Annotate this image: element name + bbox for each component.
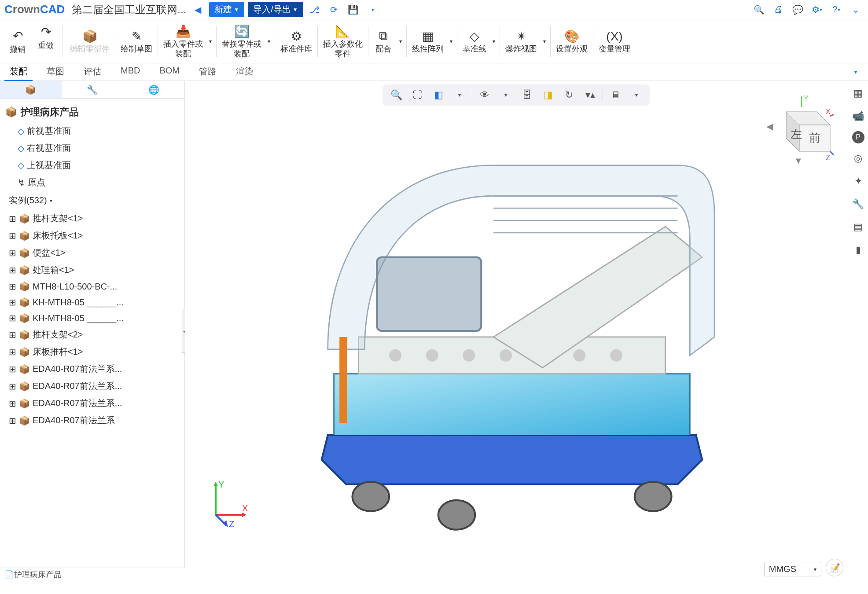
tree-instance[interactable]: ⊞ 📦 EDA40-R07前法兰系 [0, 412, 184, 429]
insert-part-dropdown[interactable]: ▾ [209, 38, 212, 44]
tabs-dropdown-icon[interactable]: ▾ [848, 64, 864, 80]
expand-icon[interactable]: ⊞ [9, 281, 16, 292]
tree-instance[interactable]: ⊞ 📦 KH-MTH8-05 ______... [0, 294, 184, 310]
navigation-cube[interactable]: 左 前 Y X Z ◀▼ [764, 94, 835, 165]
tab-MBD[interactable]: MBD [115, 63, 145, 81]
tree-origin[interactable]: ↯原点 [0, 174, 184, 191]
instances-header[interactable]: 实例(532) ▾ [0, 191, 184, 210]
visibility-icon[interactable]: 👁 [476, 86, 493, 104]
tree-instance[interactable]: ⊞ 📦 推杆支架<2> [0, 326, 184, 343]
tree-instance[interactable]: ⊞ 📦 EDA40-R07前法兰系... [0, 378, 184, 395]
display-icon[interactable]: 🖥 [607, 86, 624, 104]
expand-icon[interactable]: ⊞ [9, 248, 16, 258]
vis-dd[interactable]: ▾ [497, 86, 515, 104]
linear-pattern-dropdown[interactable]: ▾ [450, 38, 452, 44]
ribbon-sketch[interactable]: ✎绘制草图 [117, 27, 156, 56]
tree-instance[interactable]: ⊞ 📦 床板推杆<1> [0, 343, 184, 360]
disp-dd[interactable]: ▾ [628, 86, 645, 104]
tab-渲染[interactable]: 渲染 [231, 63, 259, 81]
ribbon-linear-pattern[interactable]: ▦线性阵列 [408, 27, 447, 56]
expand-icon[interactable]: ⊞ [9, 231, 16, 241]
ribbon-explode[interactable]: ✴爆炸视图 [502, 27, 541, 56]
tree-plane[interactable]: ◇上视基准面 [0, 157, 184, 174]
branch-icon[interactable]: ⎇ [307, 2, 323, 18]
section-icon[interactable]: 🗄 [518, 86, 536, 104]
tree-instance[interactable]: ⊞ 📦 便盆<1> [0, 244, 184, 261]
ribbon-appearance[interactable]: 🎨设置外观 [552, 27, 591, 56]
expand-icon[interactable]: ⊞ [9, 381, 16, 392]
tree-instance[interactable]: ⊞ 📦 EDA40-R07前法兰系... [0, 360, 184, 378]
ribbon-mate[interactable]: ⧉配合 [370, 27, 397, 56]
tab-装配[interactable]: 装配 [4, 63, 33, 81]
search-icon[interactable]: 🔍 [751, 2, 767, 18]
expand-icon[interactable]: ⌄ [848, 2, 864, 18]
expand-icon[interactable]: ⊞ [9, 297, 16, 308]
ribbon-datum[interactable]: ◇基准线 [459, 27, 490, 56]
tree-tab-display[interactable]: 🌐 [123, 81, 184, 98]
print-icon[interactable]: 🖨 [770, 2, 786, 18]
tab-评估[interactable]: 评估 [78, 63, 107, 81]
tab-管路[interactable]: 管路 [194, 63, 222, 81]
ribbon-std-lib[interactable]: ⚙标准件库 [277, 27, 316, 56]
rail-layers-icon[interactable]: ▤ [850, 219, 866, 235]
rail-target-icon[interactable]: ✦ [850, 173, 866, 189]
import-export-button[interactable]: 导入/导出 ▼ [248, 2, 303, 17]
undo-button[interactable]: ↶撤销 [4, 26, 31, 56]
expand-icon[interactable]: ⊞ [9, 398, 16, 409]
tree-instance[interactable]: ⊞ 📦 KH-MTH8-05 ______... [0, 310, 184, 326]
expand-icon[interactable]: ⊞ [9, 313, 16, 323]
expand-icon[interactable]: ⊞ [9, 213, 16, 224]
fit-icon[interactable]: ⛶ [408, 86, 426, 104]
replace-part-dropdown[interactable]: ▾ [268, 38, 270, 44]
view-cube-icon[interactable]: ◧ [430, 86, 447, 104]
tree-instance[interactable]: ⊞ 📦 处理箱<1> [0, 261, 184, 279]
tree-plane[interactable]: ◇右视基准面 [0, 139, 184, 157]
expand-icon[interactable]: ⊞ [9, 415, 16, 426]
view-dd[interactable]: ▾ [451, 86, 468, 104]
rotate-icon[interactable]: ↻ [560, 86, 578, 104]
tab-BOM[interactable]: BOM [154, 63, 185, 81]
tree-tab-feature[interactable]: 📦 [0, 81, 62, 98]
app-logo[interactable]: CrownCAD [4, 3, 65, 16]
ribbon-insert-part[interactable]: 📥插入零件或 装配 [160, 22, 206, 60]
redo-button[interactable]: ↷重做 [33, 22, 59, 52]
expand-icon[interactable]: ⊞ [9, 265, 16, 275]
tree-instance[interactable]: ⊞ 📦 EDA40-R07前法兰系... [0, 395, 184, 412]
expand-icon[interactable]: ⊞ [9, 364, 16, 374]
rail-panel-icon[interactable]: ▮ [850, 242, 866, 258]
settings-icon[interactable]: ⚙ ▾ [809, 2, 825, 18]
rail-camera-icon[interactable]: 📹 [850, 108, 866, 124]
expand-icon[interactable]: ⊞ [9, 330, 16, 340]
explode-dropdown[interactable]: ▾ [543, 38, 546, 44]
save-icon[interactable]: 💾 [346, 2, 361, 18]
viewport-3d[interactable]: 🔍 ⛶ ◧▾ 👁▾ 🗄 ◨ ↻ ▾▴ 🖥▾ [185, 81, 848, 581]
back-icon[interactable]: ◀ [190, 2, 206, 18]
tree-tab-config[interactable]: 🔧 [62, 81, 123, 98]
tab-草图[interactable]: 草图 [41, 63, 70, 81]
refresh-icon[interactable]: ⟳ [326, 2, 342, 18]
rail-wrench-icon[interactable]: 🔧 [850, 196, 866, 212]
rail-cube-icon[interactable]: ◎ [850, 150, 866, 166]
tree-instance[interactable]: ⊞ 📦 床板托板<1> [0, 227, 184, 244]
ribbon-var-mgr[interactable]: (X)变量管理 [595, 27, 634, 56]
help-icon[interactable]: ? ▾ [828, 2, 844, 18]
rail-p-icon[interactable]: P [852, 131, 864, 143]
datum-dropdown[interactable]: ▾ [493, 38, 495, 44]
shading-icon[interactable]: ◨ [539, 86, 557, 104]
ribbon-replace-part[interactable]: 🔄替换零件或 装配 [218, 22, 265, 60]
expand-icon[interactable]: ⊞ [9, 347, 16, 357]
tree-instance[interactable]: ⊞ 📦 推杆支架<1> [0, 210, 184, 227]
new-button[interactable]: 新建 ▼ [209, 2, 244, 17]
save-dropdown-icon[interactable]: ▾ [365, 2, 381, 18]
chat-icon[interactable]: 💬 [790, 2, 805, 18]
zoom-icon[interactable]: 🔍 [387, 86, 405, 104]
tree-root[interactable]: 📦 护理病床产品 [0, 102, 184, 122]
mate-dropdown[interactable]: ▾ [399, 38, 402, 44]
feedback-icon[interactable]: 📝 [826, 559, 843, 576]
rail-grid-icon[interactable]: ▦ [850, 85, 866, 101]
ribbon-insert-param[interactable]: 📐插入参数化 零件 [320, 22, 366, 60]
units-selector[interactable]: MMGS▾ [764, 562, 821, 576]
filter-icon[interactable]: ▾▴ [581, 86, 599, 104]
tree-instance[interactable]: ⊞ 📦 MTH8-L10-500-BC-... [0, 279, 184, 294]
tree-plane[interactable]: ◇前视基准面 [0, 122, 184, 139]
